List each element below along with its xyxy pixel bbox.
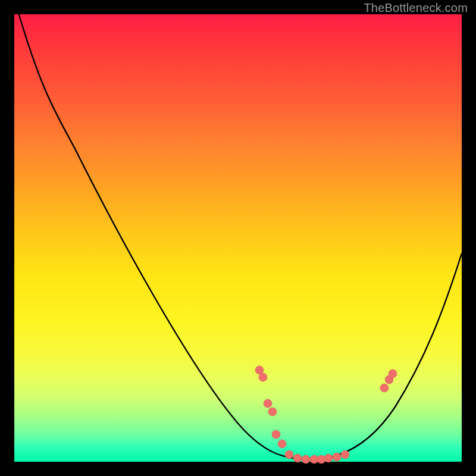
highlight-dot bbox=[272, 430, 280, 439]
highlight-dot bbox=[259, 373, 267, 381]
highlight-dot bbox=[268, 408, 277, 416]
highlight-dot bbox=[324, 454, 333, 462]
bottleneck-curve bbox=[18, 11, 462, 459]
highlight-dot bbox=[380, 384, 389, 392]
chart-frame: TheBottleneck.com bbox=[0, 0, 476, 476]
highlight-dot bbox=[278, 440, 286, 448]
highlight-dots bbox=[255, 366, 397, 464]
highlight-dot bbox=[293, 454, 302, 462]
plot-area bbox=[14, 14, 462, 462]
watermark-text: TheBottleneck.com bbox=[364, 1, 468, 15]
highlight-dot bbox=[389, 369, 397, 378]
highlight-dot bbox=[264, 399, 272, 408]
highlight-dot bbox=[302, 455, 310, 464]
highlight-dot bbox=[333, 453, 341, 461]
chart-svg bbox=[14, 14, 462, 462]
highlight-dot bbox=[285, 450, 293, 459]
highlight-dot bbox=[317, 455, 325, 464]
highlight-dot bbox=[341, 450, 349, 459]
